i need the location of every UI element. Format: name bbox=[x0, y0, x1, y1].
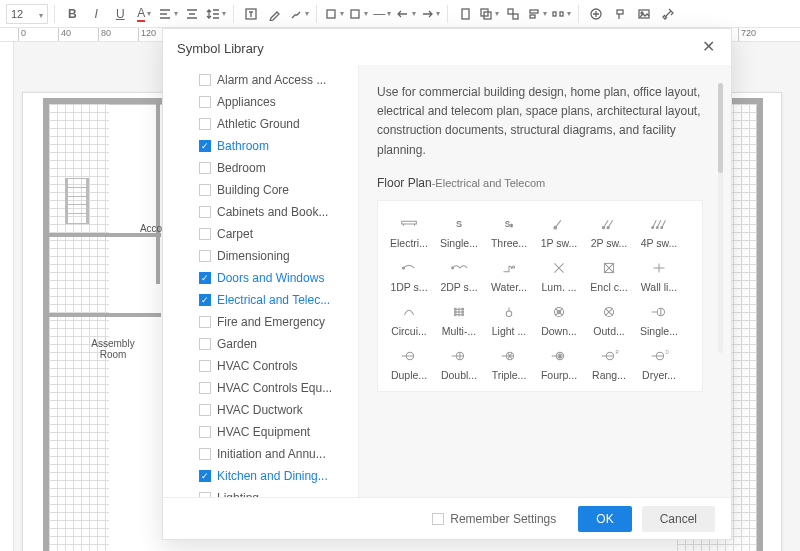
arrow-start-button[interactable] bbox=[395, 3, 417, 25]
group-button[interactable] bbox=[502, 3, 524, 25]
category-item[interactable]: Lighting bbox=[199, 487, 358, 497]
distribute-button[interactable] bbox=[550, 3, 572, 25]
line-style-button[interactable]: — bbox=[371, 3, 393, 25]
symbol-item[interactable]: Triple... bbox=[484, 343, 534, 381]
svg-text:S₃: S₃ bbox=[505, 220, 514, 229]
add-on-button[interactable] bbox=[585, 3, 607, 25]
symbol-item[interactable]: 2DP s... bbox=[434, 255, 484, 293]
category-item[interactable]: Dimensioning bbox=[199, 245, 358, 267]
symbol-label: Electri... bbox=[384, 237, 434, 249]
symbol-item[interactable]: 4P sw... bbox=[634, 211, 684, 249]
remember-settings-checkbox[interactable]: Remember Settings bbox=[432, 512, 556, 526]
symbol-item[interactable]: Electri... bbox=[384, 211, 434, 249]
category-label: Building Core bbox=[217, 183, 289, 197]
category-item[interactable]: Cabinets and Book... bbox=[199, 201, 358, 223]
bold-button[interactable]: B bbox=[61, 3, 83, 25]
italic-button[interactable]: I bbox=[85, 3, 107, 25]
category-item[interactable]: HVAC Equipment bbox=[199, 421, 358, 443]
symbol-label: 2P sw... bbox=[584, 237, 634, 249]
symbol-item[interactable]: DDryer... bbox=[634, 343, 684, 381]
chevron-down-icon bbox=[37, 8, 43, 20]
fill-button[interactable] bbox=[323, 3, 345, 25]
symbol-item[interactable]: RRang... bbox=[584, 343, 634, 381]
single-icon: S bbox=[434, 211, 484, 237]
symbol-item[interactable]: Single... bbox=[634, 299, 684, 337]
stroke-button[interactable] bbox=[347, 3, 369, 25]
symbol-item[interactable]: Fourp... bbox=[534, 343, 584, 381]
line-height-button[interactable] bbox=[205, 3, 227, 25]
ok-button[interactable]: OK bbox=[578, 506, 631, 532]
category-list[interactable]: Alarm and Access ...AppliancesAthletic G… bbox=[163, 65, 359, 497]
svg-point-26 bbox=[512, 266, 514, 268]
symbol-item[interactable]: Lum. ... bbox=[534, 255, 584, 293]
category-label: Cabinets and Book... bbox=[217, 205, 328, 219]
symbol-item[interactable]: 2P sw... bbox=[584, 211, 634, 249]
align-shapes-button[interactable] bbox=[526, 3, 548, 25]
svg-point-21 bbox=[652, 227, 654, 229]
symbol-item[interactable]: Doubl... bbox=[434, 343, 484, 381]
connector-button[interactable] bbox=[288, 3, 310, 25]
checkbox-icon bbox=[199, 360, 211, 372]
category-item[interactable]: Initiation and Annu... bbox=[199, 443, 358, 465]
page-setup-button[interactable] bbox=[454, 3, 476, 25]
close-icon[interactable]: ✕ bbox=[699, 39, 717, 57]
text-box-button[interactable] bbox=[240, 3, 262, 25]
category-item[interactable]: Appliances bbox=[199, 91, 358, 113]
symbol-label: Encl c... bbox=[584, 281, 634, 293]
outd-icon bbox=[584, 299, 634, 325]
text-color-button[interactable]: A bbox=[133, 3, 155, 25]
pen-tool-button[interactable] bbox=[264, 3, 286, 25]
checkbox-icon bbox=[199, 162, 211, 174]
align-center-button[interactable] bbox=[181, 3, 203, 25]
checkbox-icon bbox=[199, 118, 211, 130]
arrow-end-button[interactable] bbox=[419, 3, 441, 25]
category-item[interactable]: Carpet bbox=[199, 223, 358, 245]
symbol-item[interactable]: SSingle... bbox=[434, 211, 484, 249]
symbol-label: Lum. ... bbox=[534, 281, 584, 293]
symbol-item[interactable]: 1DP s... bbox=[384, 255, 434, 293]
svg-point-22 bbox=[656, 227, 658, 229]
category-item[interactable]: Building Core bbox=[199, 179, 358, 201]
image-button[interactable] bbox=[633, 3, 655, 25]
category-item[interactable]: HVAC Controls Equ... bbox=[199, 377, 358, 399]
format-painter-button[interactable] bbox=[609, 3, 631, 25]
category-item[interactable]: Athletic Ground bbox=[199, 113, 358, 135]
font-size-selector[interactable]: 12 bbox=[6, 4, 48, 24]
tools-button[interactable] bbox=[657, 3, 679, 25]
symbol-item[interactable]: Water... bbox=[484, 255, 534, 293]
dryer-icon: D bbox=[634, 343, 684, 369]
category-item[interactable]: Doors and Windows bbox=[199, 267, 358, 289]
symbol-item[interactable]: Encl c... bbox=[584, 255, 634, 293]
symbol-item[interactable]: Duple... bbox=[384, 343, 434, 381]
svg-rect-10 bbox=[553, 12, 556, 16]
category-item[interactable]: Bedroom bbox=[199, 157, 358, 179]
down-icon bbox=[534, 299, 584, 325]
category-item[interactable]: Electrical and Telec... bbox=[199, 289, 358, 311]
underline-button[interactable]: U bbox=[109, 3, 131, 25]
symbol-label: Multi-... bbox=[434, 325, 484, 337]
checkbox-icon bbox=[199, 426, 211, 438]
symbol-item[interactable]: Circui... bbox=[384, 299, 434, 337]
symbol-item[interactable]: 1P sw... bbox=[534, 211, 584, 249]
category-item[interactable]: HVAC Controls bbox=[199, 355, 358, 377]
scrollbar-thumb[interactable] bbox=[718, 83, 723, 173]
symbol-item[interactable]: Multi-... bbox=[434, 299, 484, 337]
category-item[interactable]: HVAC Ductwork bbox=[199, 399, 358, 421]
category-item[interactable]: Garden bbox=[199, 333, 358, 355]
category-item[interactable]: Kitchen and Dining... bbox=[199, 465, 358, 487]
category-item[interactable]: Bathroom bbox=[199, 135, 358, 157]
svg-text:S: S bbox=[456, 219, 462, 229]
checkbox-icon bbox=[199, 338, 211, 350]
symbol-item[interactable]: Light ... bbox=[484, 299, 534, 337]
category-item[interactable]: Fire and Emergency bbox=[199, 311, 358, 333]
cancel-button[interactable]: Cancel bbox=[642, 506, 715, 532]
duple-icon bbox=[384, 343, 434, 369]
symbol-item[interactable]: Wall li... bbox=[634, 255, 684, 293]
symbol-item[interactable]: Outd... bbox=[584, 299, 634, 337]
symbol-item[interactable]: S₃Three... bbox=[484, 211, 534, 249]
font-size-value: 12 bbox=[11, 8, 23, 20]
align-button[interactable] bbox=[157, 3, 179, 25]
symbol-item[interactable]: Down... bbox=[534, 299, 584, 337]
category-item[interactable]: Alarm and Access ... bbox=[199, 69, 358, 91]
arrange-button[interactable] bbox=[478, 3, 500, 25]
